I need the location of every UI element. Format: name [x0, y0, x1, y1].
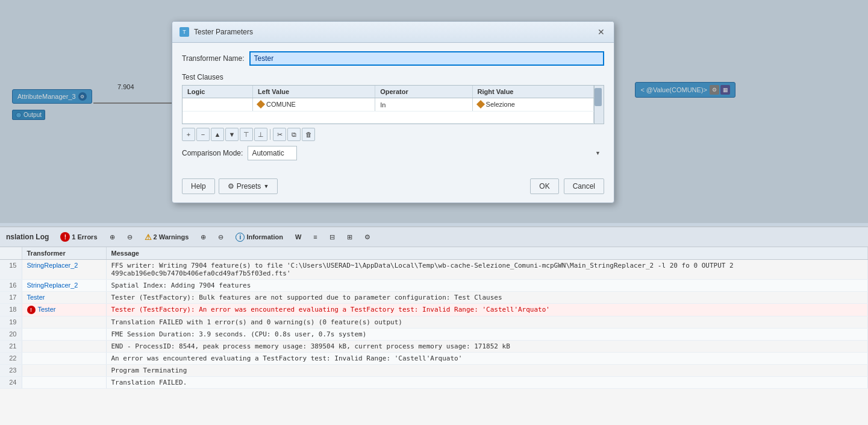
table-scrollbar[interactable] — [594, 86, 604, 124]
clause-toolbar: + − ▲ ▼ ⊤ ⊥ ✂ ⧉ 🗑 — [182, 128, 604, 141]
comparison-mode-row: Comparison Mode: Automatic String Numeri… — [182, 146, 604, 160]
col-left-value: Left Value — [253, 86, 375, 98]
transformer-link[interactable]: StringReplacer_2 — [27, 282, 78, 289]
log-row-transformer[interactable]: StringReplacer_2 — [22, 260, 106, 280]
footer-left: Help ⚙ Presets ▼ — [182, 178, 278, 194]
log-row: 17TesterTester (TestFactory): Bulk featu… — [0, 292, 868, 304]
warnings-filter-btn[interactable]: ⚠ 2 Warnings — [140, 231, 193, 244]
errors-filter-btn[interactable]: ! 1 Errors — [56, 230, 101, 244]
log-row-num: 23 — [0, 365, 22, 377]
log-row-num: 15 — [0, 260, 22, 280]
info-icon: i — [236, 233, 245, 242]
comparison-mode-wrapper: Automatic String Numeric — [248, 146, 604, 160]
comparison-mode-label: Comparison Mode: — [182, 149, 243, 157]
log-row-message: Translation FAILED with 1 error(s) and 0… — [106, 316, 868, 329]
filter-btn[interactable]: ⊞ — [343, 231, 357, 243]
move-up-button[interactable]: ▲ — [211, 128, 224, 141]
log-row-message: Spatial Index: Adding 7904 features — [106, 280, 868, 292]
cut-button[interactable]: ✂ — [273, 128, 286, 141]
presets-label: Presets — [237, 182, 261, 190]
move-down-button[interactable]: ▼ — [225, 128, 239, 141]
log-row-num: 17 — [0, 292, 22, 304]
clause-row-1[interactable]: COMUNE In Selezione — [183, 98, 594, 112]
dialog-footer: Help ⚙ Presets ▼ OK Cancel — [172, 174, 614, 203]
log-row-transformer — [22, 353, 106, 365]
clauses-table-wrapper: Logic Left Value Operator Right Value — [182, 85, 604, 124]
delete-button[interactable]: 🗑 — [302, 128, 315, 141]
log-row-transformer[interactable]: Tester — [22, 292, 106, 304]
remove-clause-button[interactable]: − — [196, 128, 210, 141]
cell-logic — [183, 98, 253, 112]
log-row-num: 20 — [0, 329, 22, 341]
log-row-num: 21 — [0, 341, 22, 353]
cell-operator: In — [375, 98, 472, 112]
dialog-title: T Tester Parameters — [180, 27, 253, 37]
warnings-collapse-btn[interactable]: ⊖ — [214, 231, 228, 243]
list-view-btn[interactable]: ≡ — [309, 231, 321, 242]
log-row: 21END - ProcessID: 8544, peak process me… — [0, 341, 868, 353]
log-row-num: 16 — [0, 280, 22, 292]
warning-icon: ⚠ — [145, 233, 152, 242]
dialog-titlebar: T Tester Parameters ✕ — [172, 22, 614, 43]
error-indicator: ! — [27, 306, 36, 314]
transformer-link[interactable]: Tester — [38, 306, 56, 313]
diamond-icon — [257, 100, 265, 109]
copy-button[interactable]: ⧉ — [287, 128, 301, 141]
errors-collapse-btn[interactable]: ⊖ — [123, 231, 137, 243]
transformer-name-input[interactable] — [249, 51, 604, 66]
log-row: 22An error was encountered evaluating a … — [0, 353, 868, 365]
warnings-expand-btn[interactable]: ⊕ — [196, 231, 210, 243]
log-table-wrapper[interactable]: Transformer Message 15StringReplacer_2FF… — [0, 247, 868, 404]
dialog-title-text: Tester Parameters — [194, 28, 253, 36]
toolbar-separator — [270, 129, 270, 140]
dialog-title-icon: T — [180, 27, 189, 37]
word-wrap-btn[interactable]: W — [291, 231, 305, 242]
log-row-message: Program Terminating — [106, 365, 868, 377]
table-view-btn[interactable]: ⊟ — [325, 231, 339, 243]
settings-btn[interactable]: ⚙ — [360, 231, 375, 243]
cell-right-value: Selezione — [472, 98, 594, 112]
log-table: Transformer Message 15StringReplacer_2FF… — [0, 247, 868, 389]
log-row: 19Translation FAILED with 1 error(s) and… — [0, 316, 868, 329]
information-label: Information — [246, 233, 283, 241]
ok-label: OK — [539, 182, 549, 190]
log-row-message: Translation FAILED. — [106, 377, 868, 389]
col-transformer-header: Transformer — [22, 247, 106, 260]
log-row-transformer[interactable]: !Tester — [22, 304, 106, 316]
transformer-link[interactable]: StringReplacer_2 — [27, 262, 78, 269]
log-row-num: 18 — [0, 304, 22, 316]
bottom-panel-header: nslation Log ! 1 Errors ⊕ ⊖ ⚠ 2 Warnings… — [0, 227, 868, 247]
ok-button[interactable]: OK — [530, 178, 558, 194]
transformer-link[interactable]: Tester — [27, 294, 45, 301]
col-message-header: Message — [106, 247, 868, 260]
move-top-button[interactable]: ⊤ — [240, 128, 253, 141]
log-row: 16StringReplacer_2Spatial Index: Adding … — [0, 280, 868, 292]
dialog-close-button[interactable]: ✕ — [596, 27, 607, 37]
errors-expand-btn[interactable]: ⊕ — [105, 231, 119, 243]
move-bottom-button[interactable]: ⊥ — [254, 128, 267, 141]
log-row-message: An error was encountered evaluating a Te… — [106, 353, 868, 365]
information-filter-btn[interactable]: i Information — [231, 231, 287, 244]
help-button[interactable]: Help — [182, 178, 215, 194]
log-row-transformer[interactable]: StringReplacer_2 — [22, 280, 106, 292]
col-rownum — [0, 247, 22, 260]
log-row-transformer — [22, 341, 106, 353]
warnings-count-label: 2 Warnings — [154, 233, 189, 241]
log-row-num: 22 — [0, 353, 22, 365]
log-row-message: END - ProcessID: 8544, peak process memo… — [106, 341, 868, 353]
log-row-transformer — [22, 365, 106, 377]
presets-button[interactable]: ⚙ Presets ▼ — [219, 178, 278, 194]
transformer-name-row: Transformer Name: — [182, 51, 604, 66]
scrollbar-thumb — [595, 88, 602, 106]
presets-icon: ⚙ — [228, 182, 234, 190]
comparison-mode-select[interactable]: Automatic String Numeric — [248, 146, 297, 160]
add-clause-button[interactable]: + — [182, 128, 195, 141]
col-logic: Logic — [183, 86, 253, 98]
log-row-message: FME Session Duration: 3.9 seconds. (CPU:… — [106, 329, 868, 341]
log-row: 20FME Session Duration: 3.9 seconds. (CP… — [0, 329, 868, 341]
log-row-num: 24 — [0, 377, 22, 389]
cancel-label: Cancel — [573, 182, 595, 190]
log-row-message: FFS writer: Writing 7904 feature(s) to f… — [106, 260, 868, 280]
cancel-button[interactable]: Cancel — [564, 178, 604, 194]
panel-title: nslation Log — [6, 233, 49, 241]
